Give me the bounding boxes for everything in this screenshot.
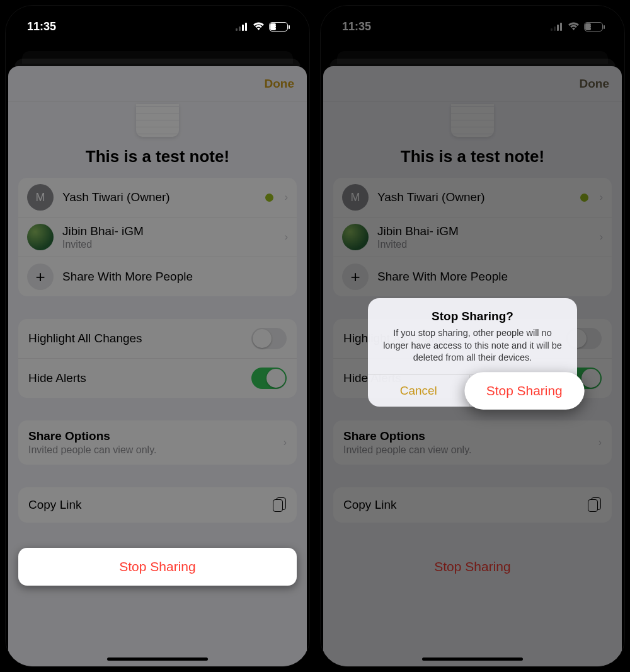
copy-icon xyxy=(273,497,287,513)
alert-message: If you stop sharing, other people will n… xyxy=(368,327,577,374)
highlight-changes-toggle[interactable] xyxy=(251,328,287,349)
status-time: 11:35 xyxy=(27,20,56,33)
home-indicator xyxy=(107,658,208,661)
share-options-sub: Invited people can view only. xyxy=(28,444,287,456)
hide-alerts-row[interactable]: Hide Alerts xyxy=(18,359,297,398)
chevron-right-icon: › xyxy=(285,192,288,203)
settings-card: Highlight All Changes Hide Alerts xyxy=(18,319,297,398)
battery-percent: 35 xyxy=(275,23,282,30)
share-options-card[interactable]: Share Options Invited people can view on… xyxy=(18,420,297,465)
stop-sharing-button[interactable]: Stop Sharing xyxy=(18,548,297,586)
status-right: 35 xyxy=(236,22,288,32)
share-more-label: Share With More People xyxy=(62,270,288,284)
people-card: M Yash Tiwari (Owner) › Jibin Bhai- iGM … xyxy=(18,178,297,296)
svg-rect-2 xyxy=(242,25,244,31)
person-status: Invited xyxy=(62,239,276,250)
highlight-changes-label: Highlight All Changes xyxy=(28,332,142,345)
cellular-icon xyxy=(236,23,248,31)
status-bar: 11:35 35 xyxy=(6,6,309,41)
phone-left: 11:35 35 Done This is a test note! M Yas… xyxy=(5,5,310,667)
note-icon xyxy=(136,104,179,137)
svg-rect-3 xyxy=(245,23,247,31)
alert-title: Stop Sharing? xyxy=(368,298,577,327)
done-button[interactable]: Done xyxy=(265,77,295,91)
alert-confirm-button[interactable]: Stop Sharing xyxy=(464,372,584,409)
copy-link-label: Copy Link xyxy=(28,498,82,512)
chevron-right-icon: › xyxy=(285,231,288,243)
stop-sharing-alert: Stop Sharing? If you stop sharing, other… xyxy=(368,298,577,407)
note-title: This is a test note! xyxy=(8,147,307,178)
svg-rect-1 xyxy=(239,26,241,31)
presence-dot xyxy=(265,194,273,202)
highlight-changes-row[interactable]: Highlight All Changes xyxy=(18,319,297,359)
sheet-header: Done xyxy=(8,66,307,101)
alert-buttons: Cancel Stop Sharing xyxy=(368,374,577,407)
person-name: Yash Tiwari (Owner) xyxy=(62,190,256,204)
share-sheet: Done This is a test note! M Yash Tiwari … xyxy=(8,66,307,666)
share-options-title: Share Options xyxy=(28,429,287,443)
hide-alerts-label: Hide Alerts xyxy=(28,371,86,385)
person-row-owner[interactable]: M Yash Tiwari (Owner) › xyxy=(18,178,297,217)
battery-icon: 35 xyxy=(269,22,288,32)
svg-rect-0 xyxy=(236,28,238,31)
person-row-invitee[interactable]: Jibin Bhai- iGM Invited › xyxy=(18,217,297,257)
copy-link-card[interactable]: Copy Link xyxy=(18,487,297,523)
wifi-icon xyxy=(253,22,265,31)
avatar xyxy=(27,224,54,250)
hide-alerts-toggle[interactable] xyxy=(251,368,287,389)
plus-icon: + xyxy=(27,264,54,290)
chevron-right-icon: › xyxy=(284,437,287,448)
person-name: Jibin Bhai- iGM xyxy=(62,224,276,238)
alert-cancel-button[interactable]: Cancel xyxy=(368,375,470,407)
phone-right: 11:35 35 Done This is a test note! M Yas… xyxy=(320,5,625,667)
avatar: M xyxy=(27,184,54,211)
share-more-row[interactable]: + Share With More People xyxy=(18,257,297,296)
